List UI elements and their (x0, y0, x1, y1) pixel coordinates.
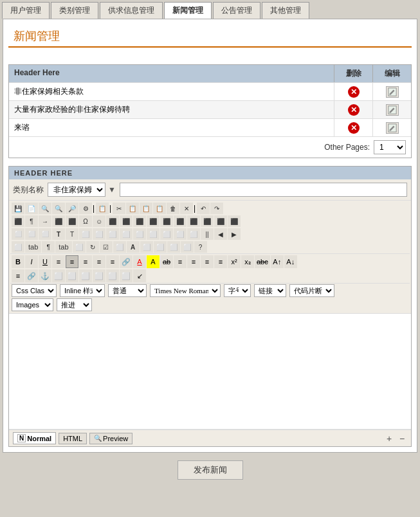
row-1-delete[interactable]: ✕ (334, 83, 372, 100)
row-2-edit[interactable] (372, 101, 411, 118)
link-button[interactable]: 🔗 (120, 255, 132, 268)
tb-r4-4[interactable]: ⬜ (73, 241, 86, 253)
resize-minus-button[interactable]: − (397, 433, 407, 444)
align-center-button[interactable]: ≡ (66, 255, 78, 268)
tb-copy-btn[interactable]: 📋 (126, 203, 139, 214)
list-ol-button[interactable]: ≡ (187, 255, 200, 268)
tb-r3-10[interactable]: ⬜ (147, 228, 160, 240)
tb-r4-tab1[interactable]: tab (25, 241, 41, 253)
tb-paste2-btn[interactable]: 📋 (153, 203, 166, 214)
mode-tab-normal[interactable]: N Normal (13, 432, 56, 444)
images-select[interactable]: Images (12, 298, 53, 311)
tb-find-btn[interactable]: 🔍 (39, 203, 51, 214)
title-input[interactable] (120, 183, 407, 197)
tb-r4-tab2[interactable]: tab (55, 241, 71, 253)
fmt-r2-9[interactable]: ⬜ (120, 269, 132, 282)
size-select[interactable]: 字号 (224, 284, 251, 297)
fmt-r2-link[interactable]: 🔗 (25, 269, 38, 282)
css-class-select[interactable]: Css Class (12, 284, 57, 297)
tab-other-mgmt[interactable]: 其他管理 (262, 2, 309, 19)
list-ul-button[interactable]: ≡ (174, 255, 187, 268)
tb-r4-help[interactable]: ? (194, 241, 207, 253)
tb-r3-13[interactable]: ⬜ (187, 228, 200, 240)
tb-r4-10[interactable]: ⬜ (154, 241, 167, 253)
tab-news-mgmt[interactable]: 新闻管理 (164, 2, 212, 19)
resize-plus-button[interactable]: + (384, 433, 394, 444)
tb-r2-8[interactable]: ⬛ (120, 215, 132, 227)
publish-button[interactable]: 发布新闻 (178, 460, 243, 480)
tb-r3-5[interactable]: ⬜ (79, 228, 92, 240)
delete-icon[interactable]: ✕ (348, 104, 360, 116)
tb-r2-1[interactable]: ⬛ (12, 215, 24, 227)
tb-r4-7[interactable]: ⬜ (113, 241, 126, 253)
tb-r2-9[interactable]: ⬛ (133, 215, 146, 227)
tb-save-btn[interactable]: 💾 (12, 203, 24, 214)
tb-delete-btn[interactable]: 🗑 (167, 203, 179, 214)
tb-r3-1[interactable]: ⬜ (12, 228, 24, 240)
tb-r4-refresh[interactable]: ↻ (86, 241, 99, 253)
align-justify-button[interactable]: ≡ (93, 255, 105, 268)
category-select[interactable]: 非住家保姆 (48, 183, 105, 197)
edit-icon[interactable] (386, 104, 399, 116)
align-left-button[interactable]: ≡ (52, 255, 65, 268)
tb-r4-para[interactable]: ¶ (42, 241, 55, 253)
font-size-dec[interactable]: A↓ (284, 255, 297, 268)
mode-tab-html[interactable]: HTML (59, 433, 87, 444)
tb-r3-2[interactable]: ⬜ (25, 228, 38, 240)
delete-icon[interactable]: ✕ (348, 122, 360, 134)
outdent-button[interactable]: ≡ (214, 255, 227, 268)
tb-r2-2[interactable]: ¶ (25, 215, 38, 227)
tab-user-mgmt[interactable]: 用户管理 (2, 2, 50, 19)
superscript-button[interactable]: x² (228, 255, 241, 268)
tb-r4-1[interactable]: ⬜ (12, 241, 24, 253)
fmt-r2-anchor[interactable]: ⚓ (39, 269, 51, 282)
tb-r2-7[interactable]: ⬛ (106, 215, 119, 227)
fmt-r2-5[interactable]: ⬜ (66, 269, 78, 282)
tb-r3-6[interactable]: ⬜ (93, 228, 105, 240)
align-right-button[interactable]: ≡ (79, 255, 92, 268)
underline-button[interactable]: U (39, 255, 51, 268)
tb-r3-next[interactable]: ▶ (228, 228, 241, 240)
fmt-r2-1[interactable]: ≡ (12, 269, 24, 282)
link-select[interactable]: 链接 (254, 284, 286, 297)
fmt-r2-8[interactable]: ⬜ (106, 269, 119, 282)
tb-r3-T1[interactable]: T (52, 228, 65, 240)
tb-r2-4[interactable]: ⬛ (52, 215, 65, 227)
tb-r3-7[interactable]: ⬜ (106, 228, 119, 240)
tb-r3-3[interactable]: ⬜ (39, 228, 51, 240)
edit-icon[interactable] (386, 122, 399, 134)
tb-undo-btn[interactable]: ↶ (197, 203, 210, 214)
tb-r4-9[interactable]: ⬜ (140, 241, 153, 253)
align5-button[interactable]: ≡ (106, 255, 119, 268)
tb-r2-omega[interactable]: Ω (79, 215, 92, 227)
fmt-r2-4[interactable]: ⬜ (52, 269, 65, 282)
tb-r2-smiley[interactable]: ☺ (93, 215, 105, 227)
indent-button[interactable]: ≡ (201, 255, 214, 268)
abc-button[interactable]: abc (255, 255, 270, 268)
code-select[interactable]: 代码片断 (289, 284, 334, 297)
tb-r3-8[interactable]: ⬜ (120, 228, 132, 240)
tb-clipboard-btn[interactable]: 📋 (96, 203, 109, 214)
tb-r2-12[interactable]: ⬛ (174, 215, 187, 227)
tb-find2-btn[interactable]: 🔍 (52, 203, 65, 214)
inline-style-select[interactable]: Inline 样式 (60, 284, 105, 297)
fmt-r2-6[interactable]: ⬜ (79, 269, 92, 282)
tb-r4-12[interactable]: ⬜ (181, 241, 194, 253)
tb-close-btn[interactable]: ✕ (180, 203, 193, 214)
font-color-button[interactable]: A (133, 255, 146, 268)
tb-new-btn[interactable]: 📄 (25, 203, 38, 214)
format-select[interactable]: 普通 (108, 284, 147, 297)
tb-zoom-btn[interactable]: 🔎 (66, 203, 78, 214)
tab-category-mgmt[interactable]: 类别管理 (51, 2, 98, 19)
strikethrough-button[interactable]: ab (160, 255, 173, 268)
tb-r3-9[interactable]: ⬜ (133, 228, 146, 240)
delete-icon[interactable]: ✕ (348, 86, 360, 98)
tab-supply-mgmt[interactable]: 供求信息管理 (100, 2, 163, 19)
tb-paste-btn[interactable]: 📋 (140, 203, 152, 214)
tb-r3-12[interactable]: ⬜ (174, 228, 187, 240)
tb-r2-3[interactable]: → (39, 215, 51, 227)
tb-r3-T2[interactable]: T (66, 228, 78, 240)
tb-r2-14[interactable]: ⬛ (201, 215, 214, 227)
italic-button[interactable]: I (25, 255, 38, 268)
highlight-button[interactable]: A (147, 255, 160, 268)
